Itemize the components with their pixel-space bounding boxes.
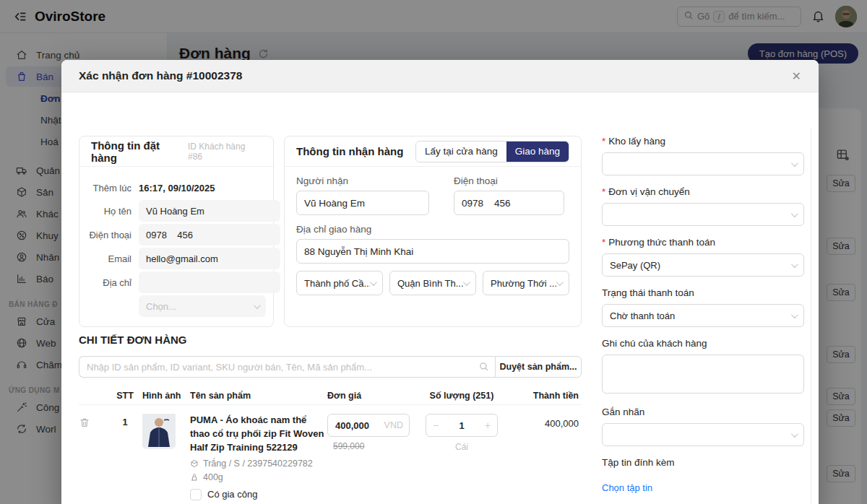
fullname-field[interactable] bbox=[139, 200, 280, 222]
ward-select[interactable]: Phường Thới ... bbox=[483, 271, 569, 295]
payment-status-select[interactable]: Chờ thanh toán bbox=[602, 304, 804, 327]
modal-header: Xác nhận đơn hàng #10002378 ✕ bbox=[61, 60, 819, 92]
tab-delivery[interactable]: Giao hàng bbox=[506, 142, 569, 162]
quantity-stepper: − 1 + bbox=[426, 414, 498, 437]
table-row: 1 PUMA - Áo khoác nam thể thao cổ trụ ph… bbox=[79, 405, 582, 504]
qty-plus-button[interactable]: + bbox=[478, 420, 497, 431]
weight-text: 400g bbox=[203, 472, 223, 482]
required-mark: * bbox=[602, 136, 605, 147]
col-stt: STT bbox=[108, 391, 142, 401]
tag-select[interactable] bbox=[602, 423, 804, 446]
col-qty: Số lượng (251) bbox=[421, 391, 502, 401]
chevron-down-icon bbox=[791, 430, 798, 438]
line-total: 400,000 bbox=[502, 414, 582, 500]
browse-products-button[interactable]: Duyệt sản phẩm... bbox=[495, 356, 582, 378]
city-select[interactable]: Thành phố Cầ... bbox=[296, 271, 383, 295]
district-select[interactable]: Quận Bình Th... bbox=[389, 271, 476, 295]
payment-status-label: Trạng thái thanh toán bbox=[602, 287, 804, 298]
phone-label: Điện thoại bbox=[79, 230, 139, 240]
email-field[interactable] bbox=[139, 248, 280, 269]
delete-item-icon[interactable] bbox=[79, 414, 108, 500]
address-field[interactable] bbox=[139, 271, 280, 293]
processing-checkbox-label: Có gia công bbox=[207, 489, 257, 500]
shipping-info-panel: Thông tin nhận hàng Lấy tại cửa hàng Gia… bbox=[284, 136, 582, 327]
modal-title: Xác nhận đơn hàng #10002378 bbox=[79, 69, 242, 82]
added-at-label: Thêm lúc bbox=[79, 183, 139, 194]
col-image: Hình ảnh bbox=[142, 391, 190, 401]
added-at-value: 16:17, 09/10/2025 bbox=[139, 183, 215, 194]
product-image-jacket bbox=[142, 438, 176, 449]
chevron-down-icon bbox=[556, 279, 564, 286]
app-root: OviroStore Gõ / để tìm kiếm... Trang chủ… bbox=[0, 0, 867, 504]
order-options-panel: *Kho lấy hàng *Đơn vị vận chuyển *Phương… bbox=[602, 136, 804, 504]
required-mark: * bbox=[602, 237, 605, 248]
col-price: Đơn giá bbox=[327, 391, 421, 401]
shipping-phone-field[interactable] bbox=[454, 191, 564, 215]
customer-address-select[interactable]: Chọn... bbox=[139, 295, 266, 317]
chevron-down-icon bbox=[463, 279, 470, 286]
modal-body: Thông tin đặt hàng ID Khách hàng #86 Thê… bbox=[61, 92, 819, 504]
warehouse-select[interactable] bbox=[602, 152, 804, 175]
confirm-order-modal: Xác nhận đơn hàng #10002378 ✕ Thông tin … bbox=[61, 60, 819, 504]
fullname-label: Họ tên bbox=[79, 206, 139, 217]
col-total: Thành tiền bbox=[502, 391, 582, 401]
warehouse-label: Kho lấy hàng bbox=[608, 136, 665, 147]
chevron-down-icon bbox=[791, 210, 798, 217]
customer-note-textarea[interactable] bbox=[602, 355, 804, 394]
attachment-label: Tập tin đính kèm bbox=[602, 457, 804, 468]
chevron-down-icon bbox=[254, 302, 261, 309]
chevron-down-icon bbox=[370, 279, 377, 286]
order-details-section: CHI TIẾT ĐƠN HÀNG Duyệt sản phẩm... STT … bbox=[79, 334, 582, 504]
product-search-input[interactable] bbox=[79, 356, 495, 378]
product-name: PUMA - Áo khoác nam thể thao cổ trụ phối… bbox=[190, 414, 327, 455]
variant-icon bbox=[190, 459, 199, 468]
required-mark: * bbox=[602, 186, 605, 197]
receiver-field[interactable] bbox=[296, 191, 429, 215]
qty-minus-button[interactable]: − bbox=[426, 420, 445, 431]
weight-icon bbox=[190, 473, 199, 482]
carrier-label: Đơn vị vận chuyển bbox=[608, 186, 689, 197]
customer-note-label: Ghi chú của khách hàng bbox=[602, 338, 804, 349]
processing-checkbox[interactable] bbox=[190, 489, 202, 500]
scroll-track bbox=[811, 129, 811, 504]
currency-suffix: VND bbox=[384, 420, 403, 430]
qty-value[interactable]: 1 bbox=[445, 420, 478, 431]
shipping-phone-label: Điện thoại bbox=[454, 175, 564, 186]
order-info-panel: Thông tin đặt hàng ID Khách hàng #86 Thê… bbox=[79, 136, 274, 327]
delivery-method-toggle: Lấy tại cửa hàng Giao hàng bbox=[415, 141, 569, 162]
variant-text: Trắng / S / 2397540229782 bbox=[203, 459, 313, 469]
tag-label: Gắn nhãn bbox=[602, 407, 804, 417]
choose-file-link[interactable]: Chọn tập tin bbox=[602, 482, 652, 493]
shipping-address-field[interactable] bbox=[296, 239, 569, 264]
close-icon[interactable]: ✕ bbox=[792, 69, 801, 83]
address-label: Địa chỉ bbox=[79, 277, 139, 288]
shipping-info-title: Thông tin nhận hàng bbox=[296, 145, 403, 157]
search-icon bbox=[478, 361, 489, 372]
carrier-select[interactable] bbox=[602, 203, 804, 226]
payment-method-label: Phương thức thanh toán bbox=[608, 237, 715, 248]
items-table-header: STT Hình ảnh Tên sản phẩm Đơn giá Số lượ… bbox=[79, 386, 582, 405]
shipping-address-label: Địa chỉ giao hàng bbox=[296, 224, 569, 235]
phone-field[interactable] bbox=[139, 224, 280, 246]
payment-method-select[interactable]: SePay (QR) bbox=[602, 253, 804, 277]
chevron-down-icon bbox=[791, 311, 798, 318]
old-price: 599,000 bbox=[333, 441, 421, 451]
unit-label: Cái bbox=[421, 442, 502, 452]
order-details-title: CHI TIẾT ĐƠN HÀNG bbox=[79, 334, 582, 346]
col-name: Tên sản phẩm bbox=[190, 391, 327, 401]
unit-price-input[interactable]: 400,000 VND bbox=[327, 414, 410, 437]
receiver-label: Người nhận bbox=[296, 175, 429, 186]
chevron-down-icon bbox=[791, 160, 798, 167]
item-index: 1 bbox=[108, 414, 142, 500]
order-info-title: Thông tin đặt hàng bbox=[91, 139, 188, 164]
tab-pickup-at-store[interactable]: Lấy tại cửa hàng bbox=[416, 142, 506, 162]
customer-id-label: ID Khách hàng #86 bbox=[188, 142, 262, 162]
email-label: Email bbox=[79, 253, 139, 264]
chevron-down-icon bbox=[791, 261, 798, 268]
